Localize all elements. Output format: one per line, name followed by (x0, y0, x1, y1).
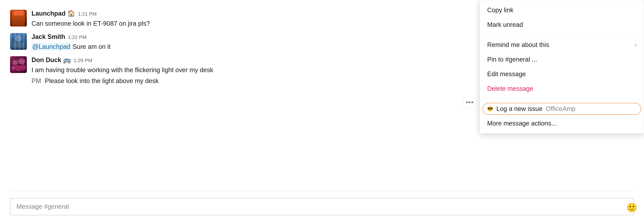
avatar (10, 56, 27, 73)
more-actions-item[interactable]: More message actions... (480, 116, 644, 131)
time-prefix: PM (32, 77, 41, 84)
chevron-right-icon: › (634, 42, 636, 48)
mention-tag: @Launchpad (32, 43, 71, 50)
message-body: Sure am on it (72, 43, 110, 50)
second-line-text: Please look into the light above my desk (45, 77, 159, 84)
chat-area: Launchpad 🏠 1:21 PM Can someone look in … (0, 0, 644, 222)
copy-link-label: Copy link (487, 6, 513, 14)
sender-name: Jack Smith (32, 33, 65, 41)
context-menu-section-1: Copy link Mark unread (480, 0, 644, 35)
log-issue-label: Log a new issue (496, 105, 542, 112)
divider (10, 191, 634, 191)
dot (472, 102, 473, 103)
message-time: 1:21 PM (78, 11, 96, 17)
pin-item[interactable]: Pin to #general ... (480, 52, 644, 67)
mark-unread-label: Mark unread (487, 21, 523, 28)
pin-label: Pin to #general ... (487, 56, 537, 63)
message-time: 1:22 PM (68, 34, 87, 40)
more-actions-label: More message actions... (487, 120, 556, 127)
context-menu: Copy link Mark unread Remind me about th… (480, 0, 644, 134)
avatar (10, 10, 27, 26)
officeamp-icon: 😎 (487, 106, 493, 112)
edit-label: Edit message (487, 70, 526, 78)
sender-name: Launchpad 🏠 (32, 10, 75, 18)
dot (466, 102, 468, 103)
message-time: 1:29 PM (74, 58, 92, 63)
message-input-area[interactable]: Message #general (10, 198, 634, 215)
sender-name: Don Duck 🚌 (32, 56, 71, 64)
emoji-button[interactable]: 🙂 (626, 202, 637, 213)
log-issue-item[interactable]: 😎 Log a new issue OfficeAmp (480, 102, 644, 116)
edit-item[interactable]: Edit message (480, 67, 644, 82)
context-menu-section-3: 😎 Log a new issue OfficeAmp More message… (480, 99, 644, 134)
remind-label: Remind me about this (487, 41, 549, 48)
copy-link-item[interactable]: Copy link (480, 3, 644, 18)
dot (469, 102, 470, 103)
remind-item[interactable]: Remind me about this › (480, 38, 644, 52)
mark-unread-item[interactable]: Mark unread (480, 18, 644, 32)
avatar (10, 33, 27, 50)
delete-item[interactable]: Delete message (480, 82, 644, 96)
context-menu-section-2: Remind me about this › Pin to #general .… (480, 35, 644, 99)
delete-label: Delete message (487, 85, 533, 92)
message-input-placeholder: Message #general (16, 203, 69, 210)
officeamp-brand-label: OfficeAmp (546, 105, 576, 112)
more-actions-button[interactable] (463, 97, 476, 108)
